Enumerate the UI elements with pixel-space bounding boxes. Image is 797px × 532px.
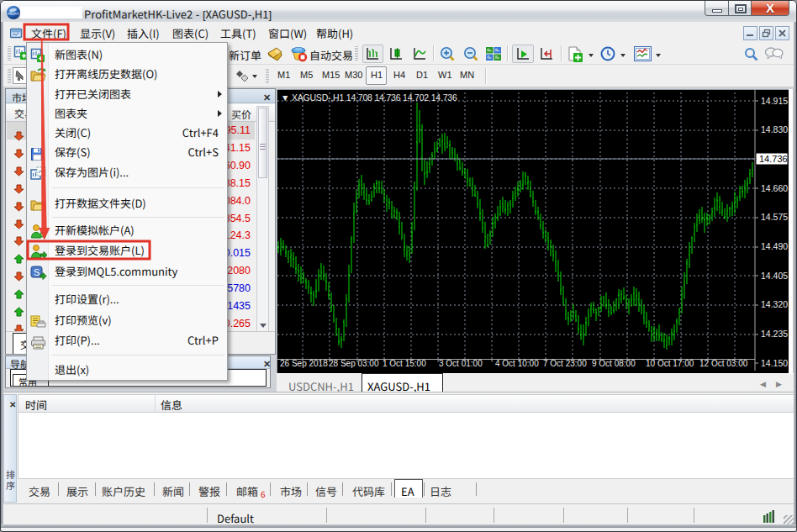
svg-text:1 Oct 15:00: 1 Oct 15:00: [383, 359, 426, 368]
svg-text:28 Sep 03:00: 28 Sep 03:00: [329, 359, 379, 368]
svg-text:26 Sep 2018: 26 Sep 2018: [280, 359, 328, 368]
svg-text:10 Oct 17:00: 10 Oct 17:00: [646, 359, 694, 368]
svg-text:▼ XAGUSD-,H1 14.708 14.736 14: ▼ XAGUSD-,H1 14.708 14.736 14.702 14.736: [281, 92, 457, 103]
svg-text:4 Oct 10:00: 4 Oct 10:00: [495, 359, 539, 368]
svg-text:14.320: 14.320: [761, 299, 788, 309]
svg-text:S: S: [34, 267, 40, 277]
svg-text:14.150: 14.150: [761, 358, 788, 368]
svg-text:14.490: 14.490: [761, 241, 788, 251]
svg-text:12 Oct 03:00: 12 Oct 03:00: [699, 359, 748, 368]
svg-text:14.660: 14.660: [761, 183, 788, 193]
svg-text:14.830: 14.830: [761, 124, 788, 134]
svg-text:14.915: 14.915: [761, 96, 788, 106]
svg-text:14.405: 14.405: [761, 271, 788, 281]
svg-text:3 Oct 01:00: 3 Oct 01:00: [439, 359, 483, 368]
svg-text:7 Oct 23:00: 7 Oct 23:00: [543, 359, 587, 368]
svg-text:14.575: 14.575: [761, 212, 788, 222]
svg-text:14.736: 14.736: [759, 154, 788, 164]
svg-text:9 Oct 08:00: 9 Oct 08:00: [592, 359, 636, 368]
svg-text:14.235: 14.235: [761, 329, 788, 339]
